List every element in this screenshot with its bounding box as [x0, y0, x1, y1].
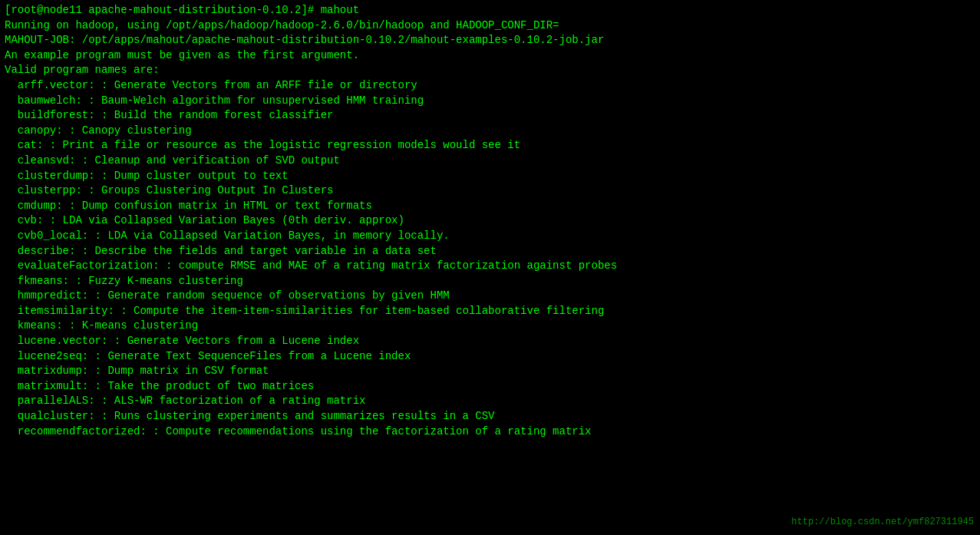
terminal-line: Running on hadoop, using /opt/apps/hadoo… — [5, 18, 975, 34]
terminal-line: MAHOUT-JOB: /opt/apps/mahout/apache-maho… — [5, 33, 975, 48]
terminal-line: hmmpredict: : Generate random sequence o… — [5, 289, 975, 304]
terminal-line: lucene.vector: : Generate Vectors from a… — [5, 334, 975, 349]
terminal-line: lucene2seq: : Generate Text SequenceFile… — [5, 349, 975, 365]
terminal-line: cvb: : LDA via Collapsed Variation Bayes… — [5, 213, 975, 229]
terminal-line: [root@node11 apache-mahout-distribution-… — [5, 3, 975, 18]
terminal-line: parallelALS: : ALS-WR factorization of a… — [5, 394, 975, 409]
terminal-line: recommendfactorized: : Compute recommend… — [5, 424, 975, 440]
terminal-line: itemsimilarity: : Compute the item-item-… — [5, 304, 975, 319]
terminal-line: evaluateFactorization: : compute RMSE an… — [5, 259, 975, 274]
terminal-line: cleansvd: : Cleanup and verification of … — [5, 154, 975, 169]
terminal-line: matrixmult: : Take the product of two ma… — [5, 379, 975, 395]
terminal-line: clusterpp: : Groups Clustering Output In… — [5, 183, 975, 199]
terminal-line: cvb0_local: : LDA via Collapsed Variatio… — [5, 229, 975, 244]
terminal-line: cmdump: : Dump confusion matrix in HTML … — [5, 199, 975, 214]
terminal-line: clusterdump: : Dump cluster output to te… — [5, 169, 975, 184]
terminal-line: describe: : Describe the fields and targ… — [5, 244, 975, 259]
terminal-line: qualcluster: : Runs clustering experimen… — [5, 409, 975, 424]
terminal-line: canopy: : Canopy clustering — [5, 124, 975, 139]
terminal-line: An example program must be given as the … — [5, 48, 975, 64]
terminal-line: kmeans: : K-means clustering — [5, 319, 975, 334]
terminal-line: buildforest: : Build the random forest c… — [5, 108, 975, 124]
terminal-line: Valid program names are: — [5, 63, 975, 78]
terminal-window: [root@node11 apache-mahout-distribution-… — [0, 0, 980, 535]
terminal-output: [root@node11 apache-mahout-distribution-… — [5, 3, 975, 439]
terminal-line: arff.vector: : Generate Vectors from an … — [5, 78, 975, 94]
watermark: http://blog.csdn.net/ymf827311945 — [791, 516, 974, 529]
terminal-line: cat: : Print a file or resource as the l… — [5, 138, 975, 154]
terminal-line: baumwelch: : Baum-Welch algorithm for un… — [5, 94, 975, 109]
terminal-line: fkmeans: : Fuzzy K-means clustering — [5, 274, 975, 289]
terminal-line: matrixdump: : Dump matrix in CSV format — [5, 364, 975, 379]
